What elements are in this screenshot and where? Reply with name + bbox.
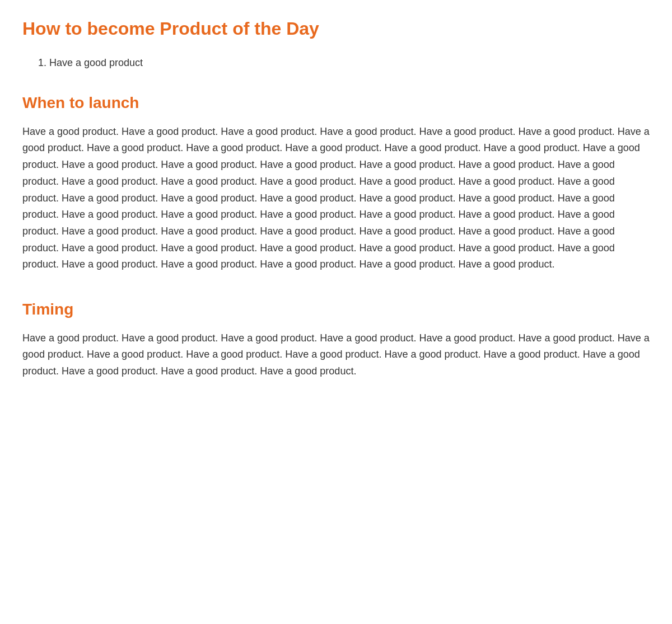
section-body-when-to-launch: Have a good product. Have a good product… [22, 124, 650, 273]
intro-list: Have a good product [49, 55, 650, 71]
section-body-timing: Have a good product. Have a good product… [22, 330, 650, 380]
page-main-title: How to become Product of the Day [22, 18, 650, 39]
section-when-to-launch: When to launch Have a good product. Have… [22, 93, 650, 273]
section-title-timing: Timing [22, 300, 650, 319]
section-title-when-to-launch: When to launch [22, 93, 650, 112]
intro-list-item-1: Have a good product [49, 55, 650, 71]
section-timing: Timing Have a good product. Have a good … [22, 300, 650, 380]
